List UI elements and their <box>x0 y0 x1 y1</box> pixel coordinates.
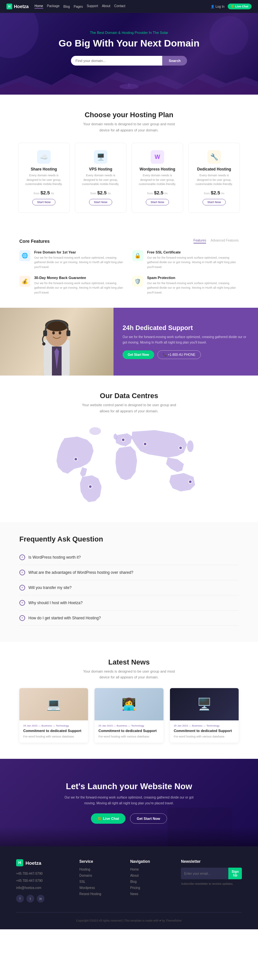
world-map-container <box>45 422 213 506</box>
news-card-2-category: 25 Jan 2023 — Business — Technology <box>98 724 159 727</box>
tab-features[interactable]: Features <box>193 239 206 243</box>
dedicated-price-row: from $2.5 /m <box>193 190 235 196</box>
spam-icon-box: 🛡️ <box>132 276 143 287</box>
footer-nav-about[interactable]: About <box>130 874 172 877</box>
faq-item-4[interactable]: + Why should I host with Hoetza? <box>19 595 239 611</box>
footer-logo-icon: H <box>16 859 23 866</box>
faq-item-3[interactable]: + Will you transfer my site? <box>19 580 239 595</box>
logo-icon: H <box>6 3 12 10</box>
footer-service-domains[interactable]: Domains <box>79 874 120 877</box>
support-banner: 24h Dedicated Support Our we for the for… <box>0 308 258 375</box>
feature-item-moneyback: 💰 30-Day Money Back Guarantee Our we for… <box>19 276 126 295</box>
news-card-2[interactable]: 👩‍💻 25 Jan 2023 — Business — Technology … <box>95 688 163 743</box>
support-buttons: Get Start Now 📞 +1-800-4U PHONE <box>123 350 249 359</box>
login-link[interactable]: 👤 Log In <box>211 5 225 8</box>
nav-about[interactable]: About <box>102 4 110 9</box>
footer-nav-pricing[interactable]: Pricing <box>130 886 172 889</box>
nav-pages[interactable]: Pages <box>74 4 83 9</box>
svg-point-13 <box>59 331 61 334</box>
core-features-section: Core Features Features Advanced Features… <box>0 229 258 308</box>
faq-title: Frequently Ask Question <box>19 535 239 543</box>
svg-point-22 <box>189 480 192 484</box>
hero-section: The Best Domain & Hosting Provider In Th… <box>0 13 258 95</box>
footer-service-wordpress[interactable]: Wordpress <box>79 886 120 889</box>
news-card-1[interactable]: 💻 25 Jan 2023 — Business — Technology Co… <box>19 688 88 743</box>
footer-service-title: Service <box>79 859 120 864</box>
faq-icon-1: + <box>19 554 25 560</box>
newsletter-signup-button[interactable]: Sign Up <box>228 868 242 879</box>
hero-search-button[interactable]: Search <box>162 56 187 65</box>
social-linkedin[interactable]: in <box>37 895 44 902</box>
moneyback-icon-box: 💰 <box>19 276 30 287</box>
social-twitter[interactable]: t <box>27 895 34 902</box>
faq-item-5[interactable]: + How do I get started with Shared Hosti… <box>19 611 239 626</box>
support-start-button[interactable]: Get Start Now <box>123 350 154 359</box>
footer-service-ssl[interactable]: SSL <box>79 880 120 883</box>
support-phone-button[interactable]: 📞 +1-800-4U PHONE <box>157 350 201 359</box>
newsletter-input-row: Sign Up <box>181 868 242 879</box>
vps-price-from: from <box>90 192 96 195</box>
ssl-feature-title: Free SSL Certificate <box>147 250 239 254</box>
svg-point-16 <box>89 427 101 435</box>
spam-feature-desc: Our we for the forward-moving work surfa… <box>147 281 239 295</box>
live-chat-button[interactable]: 🟢 Live Chat <box>228 3 252 10</box>
cta-banner: Let's Launch your Website Now Our we for… <box>0 759 258 846</box>
cta-start-button[interactable]: Get Start Now <box>130 813 167 824</box>
faq-section: Frequently Ask Question + Is WordPress h… <box>0 522 258 642</box>
news-card-3-category: 25 Jan 2023 — Business — Technology <box>174 724 235 727</box>
faq-item-1[interactable]: + Is WordPress hosting worth it? <box>19 550 239 565</box>
logo-text: Hoetza <box>14 4 29 9</box>
news-card-1-image: 💻 <box>19 688 88 721</box>
newsletter-email-input[interactable] <box>181 868 228 879</box>
data-centres-section: Our Data Centres Your website control pa… <box>0 375 258 522</box>
footer-nav-news[interactable]: News <box>130 892 172 896</box>
svg-point-15 <box>114 434 117 439</box>
faq-item-2[interactable]: + What are the advantages of WordPress h… <box>19 565 239 580</box>
support-content: 24h Dedicated Support Our we for the for… <box>114 308 258 375</box>
footer-logo[interactable]: H Hoetza <box>16 859 70 866</box>
ssl-icon-box: 🔒 <box>132 250 143 261</box>
world-map-svg <box>45 422 213 506</box>
wp-hosting-title: Wordpress Hosting <box>136 167 178 172</box>
footer-service-hosting[interactable]: Hosting <box>79 868 120 871</box>
news-card-3-body: 25 Jan 2023 — Business — Technology Comm… <box>170 721 239 743</box>
nav-blog[interactable]: Blog <box>63 4 70 9</box>
share-hosting-desc: Every domain needs is designed to be use… <box>23 173 65 187</box>
news-section: Latest News Your domain needs is designe… <box>0 642 258 759</box>
vps-price-val: $2.5 <box>97 190 106 196</box>
vps-hosting-start-button[interactable]: Start Now <box>89 199 112 205</box>
support-title: 24h Dedicated Support <box>123 324 249 332</box>
svg-point-12 <box>52 331 55 334</box>
news-card-3-image: 🖥️ <box>170 688 239 721</box>
wp-price-val: $2.5 <box>154 190 163 196</box>
hosting-subtitle: Your domain needs is designed to be user… <box>13 121 245 133</box>
vps-hosting-title: VPS Hosting <box>80 167 122 172</box>
svg-point-14 <box>187 441 193 452</box>
news-card-1-desc: For-word hosting with various datebase. <box>23 735 84 739</box>
cta-chat-button[interactable]: 🟢 Live Chat <box>91 813 125 824</box>
person-silhouette <box>25 308 89 375</box>
news-card-3[interactable]: 🖥️ 25 Jan 2023 — Business — Technology C… <box>170 688 239 743</box>
nav-contact[interactable]: Contact <box>114 4 125 9</box>
nav-support[interactable]: Support <box>87 4 98 9</box>
wp-hosting-icon: W <box>150 150 164 164</box>
share-hosting-start-button[interactable]: Start Now <box>32 199 55 205</box>
wp-hosting-start-button[interactable]: Start Now <box>146 199 169 205</box>
core-features-header: Core Features Features Advanced Features <box>19 239 239 244</box>
nav-package[interactable]: Package <box>47 4 60 9</box>
tab-advanced-features[interactable]: Advanced Features <box>211 239 239 243</box>
news-card-3-desc: For-word hosting with various datebase. <box>174 735 235 739</box>
footer-nav-home[interactable]: Home <box>130 868 172 871</box>
navbar-logo[interactable]: H Hoetza <box>6 3 29 10</box>
nav-home[interactable]: Home <box>35 4 43 9</box>
footer-service-reseller[interactable]: Resest Hosting <box>79 892 120 896</box>
dedicated-hosting-start-button[interactable]: Start Now <box>203 199 226 205</box>
vps-price-period: /m <box>108 192 111 195</box>
footer-top: H Hoetza +45 700-447-5790 +45 700-447-57… <box>16 859 242 902</box>
news-card-3-title: Commitment to dedicated Support <box>174 729 235 733</box>
footer-nav-blog[interactable]: Blog <box>130 880 172 883</box>
hero-search-input[interactable] <box>71 56 162 65</box>
moneyback-feature-desc: Our we for the forward-moving work surfa… <box>34 281 126 295</box>
social-facebook[interactable]: f <box>16 895 24 902</box>
newsletter-desc: Subscribe newsletter to receive updates. <box>181 882 242 886</box>
